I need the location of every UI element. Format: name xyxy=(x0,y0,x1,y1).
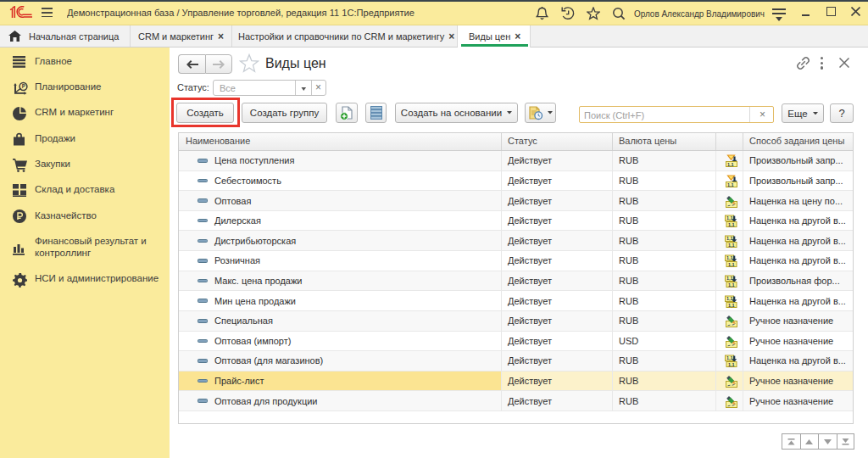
svg-text:1,1: 1,1 xyxy=(726,256,733,261)
svg-text:1,1: 1,1 xyxy=(728,222,735,227)
svg-text:1,1: 1,1 xyxy=(726,215,733,221)
svg-text:1,1: 1,1 xyxy=(726,296,733,301)
svg-text:1,1: 1,1 xyxy=(728,302,735,307)
svg-text:1,1: 1,1 xyxy=(728,282,735,288)
svg-text:1,1: 1,1 xyxy=(728,262,735,267)
svg-text:1,1: 1,1 xyxy=(728,362,735,367)
svg-text:Р: Р xyxy=(22,83,26,89)
svg-text:1,1: 1,1 xyxy=(726,356,733,361)
svg-text:1,1: 1,1 xyxy=(727,182,734,187)
svg-text:1,1: 1,1 xyxy=(726,276,733,281)
svg-text:1,1: 1,1 xyxy=(726,236,733,241)
svg-text:1,1: 1,1 xyxy=(727,162,734,167)
svg-text:1,1: 1,1 xyxy=(728,242,735,247)
